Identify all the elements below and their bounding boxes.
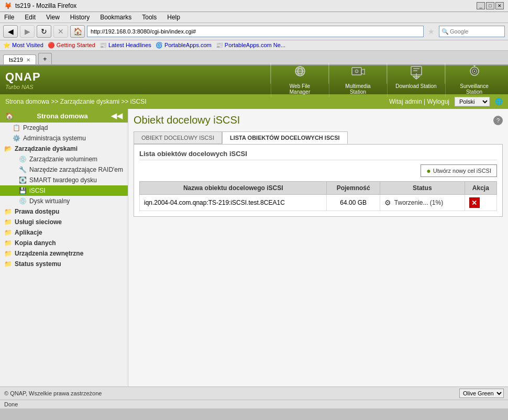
sidebar-folder-uslugi[interactable]: 📁 Usługi sieciowe <box>0 217 128 227</box>
tab-obiekt-label: OBIEKT DOCELOWY ISCSI <box>141 135 214 141</box>
prawa-folder-icon: 📁 <box>4 208 12 215</box>
qnap-header: QNAP Turbo NAS Web File Manager Multimed… <box>0 65 508 94</box>
target-capacity: 64.00 GB <box>327 195 380 211</box>
uslugi-label: Usługi sieciowe <box>15 218 62 226</box>
home-icon: 🏠 <box>5 112 14 120</box>
nav-surveillance-station-label: Surveillance Station <box>453 83 495 95</box>
target-action: ✕ <box>465 195 496 211</box>
maximize-button[interactable]: □ <box>486 2 494 9</box>
aplikacje-folder-icon: 📁 <box>4 229 12 236</box>
download-station-icon <box>408 65 425 82</box>
sidebar-folder-status[interactable]: 📁 Status systemu <box>0 259 128 269</box>
dysk-wirtualny-icon: 💿 <box>19 197 27 205</box>
stop-button[interactable]: ✕ <box>53 25 68 38</box>
toolbar-row: ● Utwórz nowy cel iSCSI <box>139 164 497 177</box>
search-input[interactable] <box>450 28 502 35</box>
create-btn-label: Utwórz nowy cel iSCSI <box>433 168 491 174</box>
back-button[interactable]: ◀ <box>3 25 18 38</box>
bookmark-latest-headlines[interactable]: 📰 Latest Headlines <box>100 42 151 49</box>
window-controls: _ □ ✕ <box>477 2 504 9</box>
sidebar-item-woluminem[interactable]: 💿 Zarządzanie woluminem <box>0 154 128 164</box>
sidebar-folder-kopia[interactable]: 📁 Kopia danych <box>0 238 128 248</box>
sidebar-folder-prawa[interactable]: 📁 Prawa dostępu <box>0 206 128 217</box>
sidebar-item-dysk-wirtualny[interactable]: 💿 Dysk wirtualny <box>0 196 128 206</box>
menu-bookmarks[interactable]: Bookmarks <box>98 13 134 21</box>
sidebar-folder-urzadzenia[interactable]: 📁 Urządzenia zewnętrzne <box>0 248 128 259</box>
bookmark-portableapps-ne[interactable]: 📰 PortableApps.com Ne... <box>216 42 285 49</box>
bookmark-star[interactable]: ★ <box>426 27 437 36</box>
svg-marker-7 <box>361 69 365 74</box>
breadcrumb: Strona domowa >> Zarządzanie dyskami >> … <box>5 98 146 105</box>
qnap-nav: Web File Manager Multimedia Station Down… <box>270 63 503 97</box>
sidebar-toggle-button[interactable]: ◀◀ <box>111 112 123 120</box>
close-button[interactable]: ✕ <box>495 2 504 9</box>
nav-web-file-manager-label: Web File Manager <box>279 83 321 95</box>
col-header-status: Status <box>380 182 465 195</box>
page-title: Obiekt docelowy iSCSI ? <box>134 114 503 126</box>
language-selector[interactable]: Polski English <box>455 97 490 106</box>
menu-history[interactable]: History <box>68 13 92 21</box>
sidebar-item-smart[interactable]: 💽 SMART twardego dysku <box>0 175 128 185</box>
sidebar-folder-zarzadzanie[interactable]: 📂 Zarządzanie dyskami <box>0 143 128 154</box>
help-button[interactable]: ? <box>493 116 503 125</box>
sidebar-item-iscsi[interactable]: 💾 iSCSI <box>0 185 128 196</box>
theme-selector: Olive Green Blue Dark <box>459 389 504 398</box>
browser-tab-ts219[interactable]: ts219 ✕ <box>3 54 36 64</box>
kopia-folder-icon: 📁 <box>4 239 12 247</box>
browser-status-bar: Done <box>0 400 508 408</box>
nav-download-station-label: Download Station <box>395 83 436 89</box>
status-bar: © QNAP, Wszelkie prawa zastrzeżone Olive… <box>0 386 508 400</box>
svg-point-16 <box>473 71 475 72</box>
nav-surveillance-station[interactable]: Surveillance Station <box>445 63 503 97</box>
address-bar[interactable] <box>87 26 424 37</box>
svg-rect-10 <box>413 68 419 69</box>
top-bar-right: Witaj admin | Wyloguj Polski English 🌐 <box>389 97 503 106</box>
bookmarks-bar: ⭐ Most Visited 🔴 Getting Started 📰 Lates… <box>0 40 508 51</box>
sidebar-item-raid[interactable]: 🔧 Narzędzie zarządzające RAID'em <box>0 164 128 175</box>
main-layout: 🏠 Strona domowa ◀◀ 📋 Przegląd ⚙️ Adminis… <box>0 109 508 386</box>
delete-target-button[interactable]: ✕ <box>469 197 480 208</box>
bookmark-most-visited[interactable]: ⭐ Most Visited <box>3 42 43 49</box>
new-tab-button[interactable]: + <box>38 53 52 64</box>
nav-web-file-manager[interactable]: Web File Manager <box>271 63 328 97</box>
aplikacje-label: Aplikacje <box>15 229 42 236</box>
menu-file[interactable]: File <box>2 13 16 21</box>
theme-select-dropdown[interactable]: Olive Green Blue Dark <box>459 389 504 398</box>
menu-tools[interactable]: Tools <box>140 13 159 21</box>
forward-button[interactable]: ▶ <box>20 25 35 38</box>
sidebar-header: 🏠 Strona domowa ◀◀ <box>0 109 128 123</box>
tab-lista-obiektow[interactable]: LISTA OBIEKTÓW DOCELOWYCH ISCSI <box>222 131 348 144</box>
content-panel: Lista obiektów docelowych iSCSI ● Utwórz… <box>134 144 503 217</box>
tab-close-button[interactable]: ✕ <box>26 57 30 63</box>
uslugi-folder-icon: 📁 <box>4 218 12 226</box>
create-icon: ● <box>426 167 430 175</box>
browser-toolbar: ◀ ▶ ↻ ✕ 🏠 ★ 🔍 <box>0 23 508 40</box>
menu-help[interactable]: Help <box>165 13 182 21</box>
qnap-logo: QNAP Turbo NAS <box>5 70 41 90</box>
bookmark-getting-started[interactable]: 🔴 Getting Started <box>48 42 95 49</box>
home-button[interactable]: 🏠 <box>70 25 85 38</box>
tab-lista-label: LISTA OBIEKTÓW DOCELOWYCH ISCSI <box>230 135 340 141</box>
nav-multimedia-station[interactable]: Multimedia Station <box>329 63 386 97</box>
status-spinner: ⚙ <box>384 198 391 207</box>
prawa-label: Prawa dostępu <box>15 208 59 215</box>
browser-status-text: Done <box>4 401 18 407</box>
minimize-button[interactable]: _ <box>477 2 485 9</box>
globe-icon: 🌐 <box>495 98 503 105</box>
menu-view[interactable]: View <box>44 13 62 21</box>
sidebar-item-przeglad[interactable]: 📋 Przegląd <box>0 123 128 133</box>
zarzadzanie-label: Zarządzanie dyskami <box>15 145 78 152</box>
create-new-target-button[interactable]: ● Utwórz nowy cel iSCSI <box>421 164 497 177</box>
sidebar-item-administracja[interactable]: ⚙️ Administracja systemu <box>0 133 128 143</box>
browser-menubar: File Edit View History Bookmarks Tools H… <box>0 12 508 23</box>
content-area: Obiekt docelowy iSCSI ? OBIEKT DOCELOWY … <box>128 109 508 386</box>
menu-edit[interactable]: Edit <box>23 13 38 21</box>
content-tabs: OBIEKT DOCELOWY ISCSI LISTA OBIEKTÓW DOC… <box>134 131 503 144</box>
sidebar-folder-aplikacje[interactable]: 📁 Aplikacje <box>0 227 128 238</box>
tab-obiekt-docelowy[interactable]: OBIEKT DOCELOWY ISCSI <box>134 131 222 144</box>
reload-button[interactable]: ↻ <box>37 25 51 38</box>
dysk-wirtualny-label: Dysk wirtualny <box>29 197 70 205</box>
nav-download-station[interactable]: Download Station <box>387 63 445 97</box>
smart-icon: 💽 <box>19 176 27 184</box>
bookmark-portableapps[interactable]: 🌀 PortableApps.com <box>156 42 212 49</box>
